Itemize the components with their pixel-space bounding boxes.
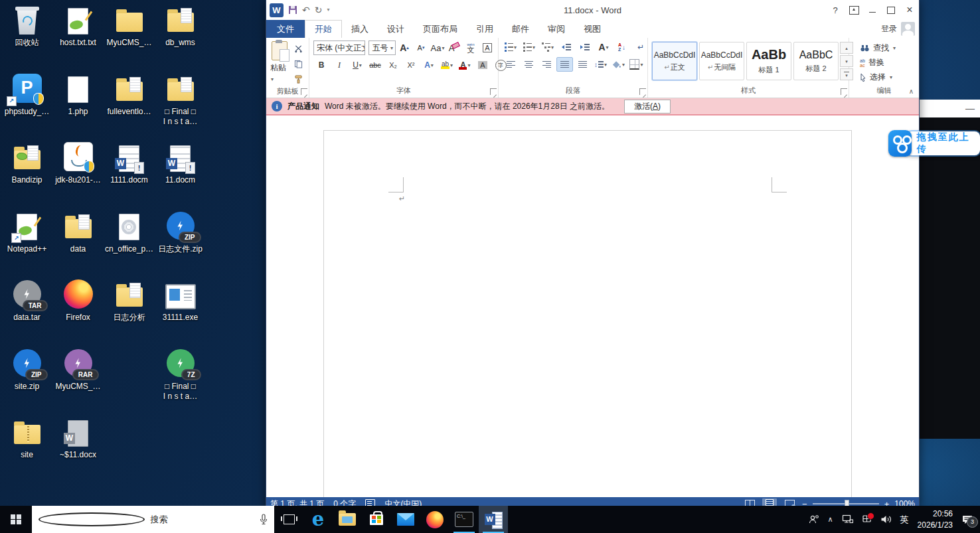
- show-hide-marks-button[interactable]: ↵: [633, 40, 649, 54]
- taskbar-firefox-button[interactable]: [420, 506, 449, 533]
- desktop-icon-band_zip[interactable]: ZIP日志文件.zip: [155, 209, 206, 254]
- show-hidden-icons-button[interactable]: ∧: [828, 515, 833, 524]
- desktop-icon-doc[interactable]: 1.php: [52, 72, 104, 117]
- font-dialog-launcher[interactable]: [490, 88, 497, 95]
- people-icon[interactable]: [809, 514, 819, 525]
- action-center-button[interactable]: 3: [961, 514, 973, 525]
- customize-qat-button[interactable]: ▾: [327, 7, 329, 13]
- activate-button[interactable]: 激活(A): [624, 100, 671, 114]
- cut-button[interactable]: [290, 42, 306, 55]
- character-border-button[interactable]: A: [479, 41, 495, 54]
- character-shading-button[interactable]: A: [475, 58, 491, 72]
- desktop-icon-band_7z[interactable]: 7Z□ Final □ I n s t a…: [155, 346, 206, 402]
- sign-in-area[interactable]: 登录: [881, 22, 915, 36]
- ribbon-display-options-button[interactable]: [845, 1, 863, 19]
- minimize-button[interactable]: [863, 1, 882, 19]
- desktop-icon-folder_doc[interactable]: 日志分析: [104, 277, 155, 323]
- paste-button[interactable]: 粘贴▾: [270, 40, 289, 86]
- desktop-icon-exe[interactable]: 31111.exe: [155, 277, 206, 323]
- desktop-icon-word_temp[interactable]: W~$11.docx: [52, 415, 104, 460]
- find-button[interactable]: 查找▾: [860, 42, 896, 54]
- undo-button[interactable]: ↶: [302, 5, 310, 15]
- format-painter-button[interactable]: [290, 72, 306, 86]
- desktop-icon-folder[interactable]: MyuCMS_…: [104, 3, 155, 48]
- close-button[interactable]: ×: [900, 1, 919, 19]
- style-item[interactable]: AaBbC标题 2: [793, 42, 839, 80]
- taskbar-mail-button[interactable]: [391, 506, 420, 533]
- tab-file[interactable]: 文件: [266, 20, 305, 38]
- start-button[interactable]: [0, 506, 32, 533]
- sort-button[interactable]: AZ↓: [614, 40, 630, 54]
- tab-页面布局[interactable]: 页面布局: [414, 20, 467, 38]
- taskbar-edge-button[interactable]: e: [303, 506, 333, 533]
- tab-开始[interactable]: 开始: [305, 20, 342, 38]
- avatar[interactable]: [901, 22, 915, 36]
- security-flag-icon[interactable]: [862, 514, 872, 524]
- style-item[interactable]: AaBb标题 1: [746, 42, 791, 80]
- volume-icon[interactable]: [880, 514, 892, 524]
- title-bar[interactable]: 11.docx - Word W ↶ ↻ ▾ ? ×: [266, 0, 919, 20]
- sign-in-label[interactable]: 登录: [881, 23, 897, 35]
- microphone-icon[interactable]: [260, 514, 268, 525]
- taskbar-explorer-button[interactable]: [333, 506, 362, 533]
- taskbar-search-box[interactable]: 搜索: [32, 506, 274, 533]
- desktop-icon-folder_doc[interactable]: fulleventlo…: [104, 72, 155, 117]
- tab-邮件[interactable]: 邮件: [503, 20, 538, 38]
- borders-button[interactable]: ▾: [628, 57, 645, 72]
- change-case-button[interactable]: Aa▾: [430, 41, 446, 54]
- document-area[interactable]: ↵: [266, 115, 919, 497]
- subscript-button[interactable]: X₂: [385, 58, 401, 72]
- shrink-font-button[interactable]: A▾: [413, 41, 429, 54]
- phonetic-guide-button[interactable]: wén文: [463, 41, 479, 54]
- clipboard-dialog-launcher[interactable]: [301, 88, 307, 95]
- align-center-button[interactable]: [521, 57, 537, 72]
- select-button[interactable]: 选择▾: [860, 72, 896, 83]
- desktop-icon-word_warn[interactable]: W!11.docm: [155, 140, 206, 185]
- desktop-icon-java[interactable]: jdk-8u201-…: [52, 140, 104, 185]
- increase-indent-button[interactable]: [577, 40, 593, 54]
- bold-button[interactable]: B: [313, 58, 329, 72]
- align-right-button[interactable]: [538, 57, 555, 72]
- distribute-button[interactable]: [574, 57, 591, 72]
- bullets-button[interactable]: ▾: [503, 40, 519, 54]
- collapse-ribbon-button[interactable]: ∧: [909, 88, 914, 95]
- line-spacing-button[interactable]: ↕▾: [592, 57, 609, 72]
- desktop-icon-folder_doc[interactable]: data: [52, 209, 104, 254]
- maximize-button[interactable]: [882, 1, 900, 19]
- ime-indicator[interactable]: 英: [900, 514, 909, 526]
- paragraph-dialog-launcher[interactable]: [639, 88, 646, 95]
- strikethrough-button[interactable]: abc: [367, 58, 383, 72]
- desktop-icon-phpstudy[interactable]: P↗phpstudy_…: [1, 72, 52, 117]
- highlight-color-button[interactable]: ab▾: [439, 58, 455, 72]
- decrease-indent-button[interactable]: [558, 40, 574, 54]
- multilevel-list-button[interactable]: ▾: [540, 40, 556, 54]
- italic-button[interactable]: I: [331, 58, 347, 72]
- numbering-button[interactable]: ▾: [521, 40, 537, 54]
- network-icon[interactable]: [842, 514, 853, 524]
- save-icon[interactable]: [288, 5, 297, 15]
- grow-font-button[interactable]: A▴: [396, 41, 412, 54]
- shading-button[interactable]: ▾: [610, 57, 627, 72]
- desktop-icon-npp[interactable]: ↗Notepad++: [1, 209, 52, 254]
- font-name-combo[interactable]: 宋体 (中文正文▾: [313, 40, 365, 55]
- font-size-combo[interactable]: 五号▾: [368, 40, 396, 55]
- desktop-icon-disc[interactable]: cn_office_p…: [104, 209, 155, 254]
- tab-审阅[interactable]: 审阅: [538, 20, 574, 38]
- taskbar-store-button[interactable]: [362, 506, 391, 533]
- desktop-icon-word_warn[interactable]: W!1111.docm: [104, 140, 155, 185]
- asian-layout-button[interactable]: A▾: [596, 40, 612, 54]
- taskbar-clock[interactable]: 20:56 2026/1/23: [918, 508, 953, 530]
- tab-插入[interactable]: 插入: [342, 20, 378, 38]
- superscript-button[interactable]: X²: [403, 58, 419, 72]
- style-item[interactable]: AaBbCcDdI↵正文: [652, 42, 697, 80]
- tab-设计[interactable]: 设计: [378, 20, 414, 38]
- desktop-icon-folder_doc[interactable]: db_wms: [155, 3, 206, 48]
- desktop-icon-band_zip[interactable]: ZIPsite.zip: [1, 346, 52, 392]
- desktop-icon-band_tar[interactable]: TARdata.tar: [1, 277, 52, 323]
- copy-button[interactable]: [290, 57, 306, 70]
- clear-formatting-button[interactable]: A: [446, 41, 462, 54]
- align-left-button[interactable]: [503, 57, 519, 72]
- underline-button[interactable]: U▾: [349, 58, 365, 72]
- tab-视图[interactable]: 视图: [574, 20, 610, 38]
- taskbar-cmd-button[interactable]: C:\_: [449, 506, 479, 533]
